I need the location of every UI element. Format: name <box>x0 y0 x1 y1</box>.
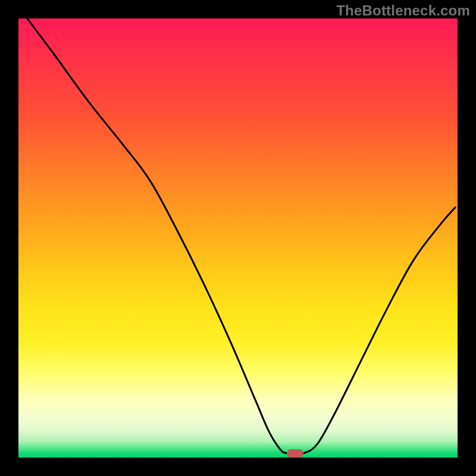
plot-area <box>18 18 458 458</box>
curve-path <box>27 18 456 454</box>
optimum-marker <box>287 449 303 458</box>
watermark-text: TheBottleneck.com <box>336 2 470 19</box>
bottleneck-curve <box>18 18 458 458</box>
chart-frame: TheBottleneck.com <box>0 0 476 476</box>
